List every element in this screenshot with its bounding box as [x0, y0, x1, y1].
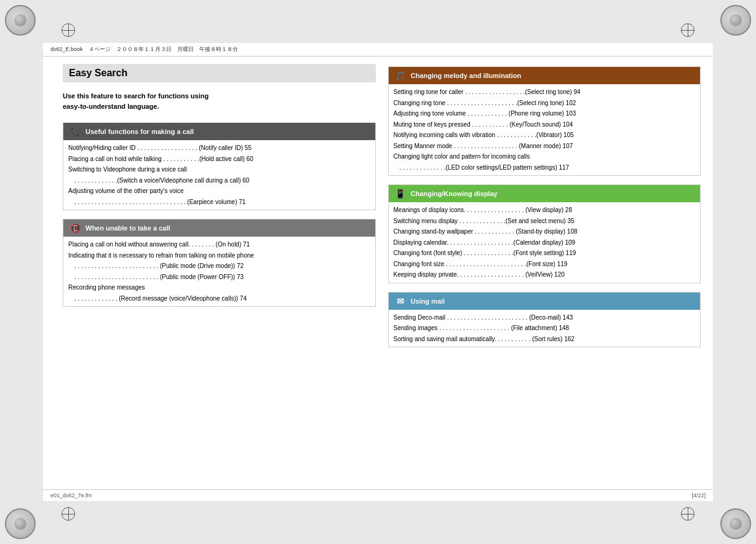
list-item: Sending images . . . . . . . . . . . . .… [394, 323, 696, 334]
display-section-header: 📱 Changing/Knowing display [389, 185, 701, 202]
phone-missed-icon: 📵 [68, 223, 82, 234]
list-item: . . . . . . . . . . . . . (Record messag… [68, 293, 370, 304]
list-item: . . . . . . . . . . . . . .(LED color se… [394, 162, 696, 173]
display-header-label: Changing/Knowing display [411, 190, 498, 197]
mail-section-content: Sending Deco-mail . . . . . . . . . . . … [389, 310, 701, 347]
list-item: Indicating that it is necessary to refra… [68, 250, 370, 261]
list-item: Recording phone messages [68, 282, 370, 293]
list-item: Changing ring tone . . . . . . . . . . .… [394, 98, 696, 109]
list-item: Switching to Videophone during a voice c… [68, 164, 370, 175]
melody-section-content: Setting ring tone for caller . . . . . .… [389, 84, 701, 175]
melody-section: 🎵 Changing melody and illumination Setti… [388, 66, 701, 176]
list-item: Meanings of display icons. . . . . . . .… [394, 205, 696, 216]
mail-header-label: Using mail [411, 298, 445, 305]
display-section: 📱 Changing/Knowing display Meanings of d… [388, 184, 701, 283]
melody-icon: 🎵 [394, 70, 407, 81]
list-item: . . . . . . . . . . . . .(Switch a voice… [68, 175, 370, 186]
list-item: Placing a call on hold without answering… [68, 239, 370, 250]
intro-line1: Use this feature to search for functions… [63, 91, 376, 101]
when-section-header: 📵 When unable to take a call [63, 219, 375, 237]
list-item: Notifying incoming calls with vibration … [394, 130, 696, 141]
list-item: Muting tone of keys pressed . . . . . . … [394, 119, 696, 130]
page-footer: e01_dv62_7e.fm [4/22] [43, 489, 713, 501]
intro-text: Use this feature to search for functions… [63, 89, 376, 114]
page-header: dv62_E.book ４ページ ２００８年１１月３日 月曜日 午後８時１８分 [43, 43, 713, 57]
footer-left: e01_dv62_7e.fm [50, 492, 92, 499]
easy-search-title: Easy Search [63, 64, 376, 82]
list-item: Changing stand-by wallpaper . . . . . . … [394, 226, 696, 237]
corner-decoration-tl [5, 5, 36, 36]
left-column: Easy Search Use this feature to search f… [63, 64, 376, 482]
melody-header-label: Changing melody and illumination [411, 72, 522, 79]
list-item: Changing light color and pattern for inc… [394, 151, 696, 162]
footer-right: [4/22] [691, 492, 706, 499]
when-section: 📵 When unable to take a call Placing a c… [63, 219, 376, 307]
list-item: . . . . . . . . . . . . . . . . . . . . … [68, 197, 370, 208]
when-section-content: Placing a call on hold without answering… [63, 237, 375, 306]
header-text: dv62_E.book ４ページ ２００８年１１月３日 月曜日 午後８時１８分 [50, 45, 238, 53]
list-item: Displaying calendar. . . . . . . . . . .… [394, 237, 696, 248]
list-item: Sorting and saving mail automatically. .… [394, 334, 696, 345]
useful-header-label: Useful functions for making a call [86, 128, 194, 135]
list-item: . . . . . . . . . . . . . . . . . . . . … [68, 261, 370, 272]
mail-section: ✉ Using mail Sending Deco-mail . . . . .… [388, 292, 701, 348]
mail-icon: ✉ [394, 296, 407, 307]
list-item: Sending Deco-mail . . . . . . . . . . . … [394, 312, 696, 323]
corner-decoration-br [720, 508, 751, 539]
useful-section-content: Notifying/Hiding caller ID . . . . . . .… [63, 140, 375, 210]
display-icon: 📱 [394, 188, 407, 199]
corner-decoration-bl [5, 508, 36, 539]
list-item: Notifying/Hiding caller ID . . . . . . .… [68, 143, 370, 154]
melody-section-header: 🎵 Changing melody and illumination [389, 67, 701, 84]
list-item: Adjusting volume of the other party's vo… [68, 186, 370, 197]
reg-mark-tr [681, 23, 694, 37]
list-item: Changing font size . . . . . . . . . . .… [394, 259, 696, 270]
right-column: 🎵 Changing melody and illumination Setti… [388, 64, 701, 482]
main-page: dv62_E.book ４ページ ２００８年１１月３日 月曜日 午後８時１８分 … [43, 43, 713, 501]
display-section-content: Meanings of display icons. . . . . . . .… [389, 202, 701, 283]
list-item: Setting ring tone for caller . . . . . .… [394, 87, 696, 98]
useful-section: 📞 Useful functions for making a call Not… [63, 122, 376, 210]
when-header-label: When unable to take a call [86, 224, 170, 232]
list-item: Changing font (font style) . . . . . . .… [394, 248, 696, 259]
intro-line2: easy-to-understand language. [63, 101, 376, 112]
reg-mark-br [681, 507, 694, 521]
list-item: . . . . . . . . . . . . . . . . . . . . … [68, 272, 370, 283]
mail-section-header: ✉ Using mail [389, 293, 701, 310]
corner-decoration-tr [720, 5, 751, 36]
content-area: Easy Search Use this feature to search f… [43, 57, 713, 489]
list-item: Adjusting ring tone volume . . . . . . .… [394, 108, 696, 119]
reg-mark-tl [62, 23, 75, 37]
phone-icon: 📞 [68, 126, 82, 137]
list-item: Placing a call on hold while talking . .… [68, 154, 370, 165]
list-item: Keeping display private. . . . . . . . .… [394, 269, 696, 280]
list-item: Switching menu display . . . . . . . . .… [394, 216, 696, 227]
list-item: Setting Manner mode . . . . . . . . . . … [394, 141, 696, 152]
useful-section-header: 📞 Useful functions for making a call [63, 123, 375, 140]
reg-mark-bl [62, 507, 75, 521]
